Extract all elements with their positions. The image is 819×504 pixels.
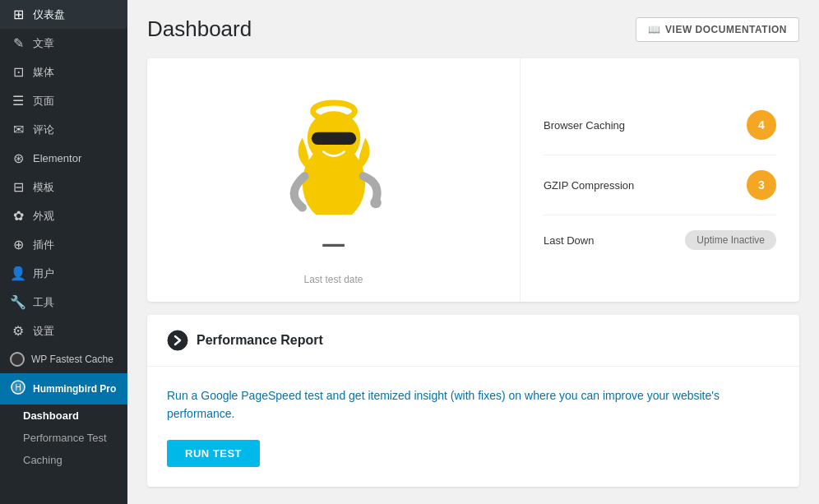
page-title: Dashboard	[147, 16, 252, 42]
last-test-date: Last test date	[303, 274, 363, 285]
view-documentation-button[interactable]: 📖 VIEW DOCUMENTATION	[636, 17, 799, 42]
plugins-icon: ⊕	[10, 237, 26, 252]
sidebar-item-elementor[interactable]: ⊛ Elementor	[0, 144, 127, 173]
metric-row-last-down: Last Down Uptime Inactive	[544, 215, 776, 265]
sidebar-item-posts[interactable]: ✎ 文章	[0, 29, 127, 58]
pages-icon: ☰	[10, 93, 26, 109]
run-test-button[interactable]: RUN TEST	[167, 440, 260, 467]
templates-icon: ⊟	[10, 179, 26, 195]
gzip-badge: 3	[747, 170, 776, 200]
media-icon: ⊡	[10, 64, 26, 80]
hummingbird-icon: H	[10, 380, 26, 398]
performance-card: Performance Report Run a Google PageSpee…	[147, 315, 799, 487]
sidebar-item-users[interactable]: 👤 用户	[0, 259, 127, 288]
sidebar-sub-dashboard[interactable]: Dashboard	[0, 405, 127, 427]
book-icon: 📖	[648, 24, 661, 35]
users-icon: 👤	[10, 266, 26, 281]
settings-icon: ⚙	[10, 323, 26, 339]
sidebar-item-hummingbird[interactable]: H Hummingbird Pro	[0, 373, 127, 405]
page-header: Dashboard 📖 VIEW DOCUMENTATION	[147, 16, 799, 42]
elementor-icon: ⊛	[10, 150, 26, 166]
svg-text:H: H	[15, 383, 21, 392]
sidebar-item-dashboard[interactable]: ⊞ 仪表盘	[0, 0, 127, 29]
sidebar-item-settings[interactable]: ⚙ 设置	[0, 317, 127, 345]
sidebar-item-comments[interactable]: ✉ 评论	[0, 115, 127, 144]
sidebar-item-pages[interactable]: ☰ 页面	[0, 86, 127, 115]
perf-card-header: Performance Report	[147, 315, 799, 367]
sidebar-item-media[interactable]: ⊡ 媒体	[0, 58, 127, 86]
main-content: Dashboard 📖 VIEW DOCUMENTATION	[127, 0, 819, 504]
card-right: Browser Caching 4 GZIP Compression 3 Las…	[520, 58, 799, 302]
gzip-label: GZIP Compression	[544, 179, 634, 192]
perf-card-title: Performance Report	[197, 333, 323, 348]
mascot-illustration	[260, 75, 408, 215]
performance-logo-icon	[167, 330, 188, 351]
sidebar-item-appearance[interactable]: ✿ 外观	[0, 201, 127, 230]
perf-description: Run a Google PageSpeed test and get item…	[167, 386, 726, 423]
metric-row-browser-caching: Browser Caching 4	[544, 95, 776, 155]
summary-card: – Last test date Browser Caching 4 GZIP …	[147, 58, 799, 302]
metric-row-gzip: GZIP Compression 3	[544, 155, 776, 215]
dashboard-icon: ⊞	[10, 7, 26, 22]
score-value: –	[322, 223, 345, 262]
sidebar: ⊞ 仪表盘 ✎ 文章 ⊡ 媒体 ☰ 页面 ✉ 评论 ⊛ Elementor ⊟ …	[0, 0, 127, 504]
card-left: – Last test date	[147, 58, 520, 302]
last-down-label: Last Down	[544, 234, 594, 247]
sidebar-item-plugins[interactable]: ⊕ 插件	[0, 230, 127, 259]
sidebar-sub-performance[interactable]: Performance Test	[0, 427, 127, 449]
browser-caching-badge: 4	[747, 110, 776, 140]
browser-caching-label: Browser Caching	[544, 119, 625, 132]
perf-card-body: Run a Google PageSpeed test and get item…	[147, 367, 799, 487]
svg-point-7	[168, 331, 187, 350]
sidebar-sub-caching[interactable]: Caching	[0, 449, 127, 471]
sidebar-item-tools[interactable]: 🔧 工具	[0, 288, 127, 317]
svg-point-6	[312, 103, 354, 119]
svg-point-5	[370, 197, 382, 209]
appearance-icon: ✿	[10, 208, 26, 224]
svg-rect-4	[311, 132, 355, 145]
uptime-badge: Uptime Inactive	[685, 230, 776, 250]
wpfc-icon	[10, 352, 25, 367]
sidebar-item-templates[interactable]: ⊟ 模板	[0, 173, 127, 201]
sidebar-item-wpfc[interactable]: WP Fastest Cache	[0, 345, 127, 373]
posts-icon: ✎	[10, 35, 26, 51]
tools-icon: 🔧	[10, 294, 26, 310]
card-top: – Last test date Browser Caching 4 GZIP …	[147, 58, 799, 302]
comments-icon: ✉	[10, 122, 26, 137]
